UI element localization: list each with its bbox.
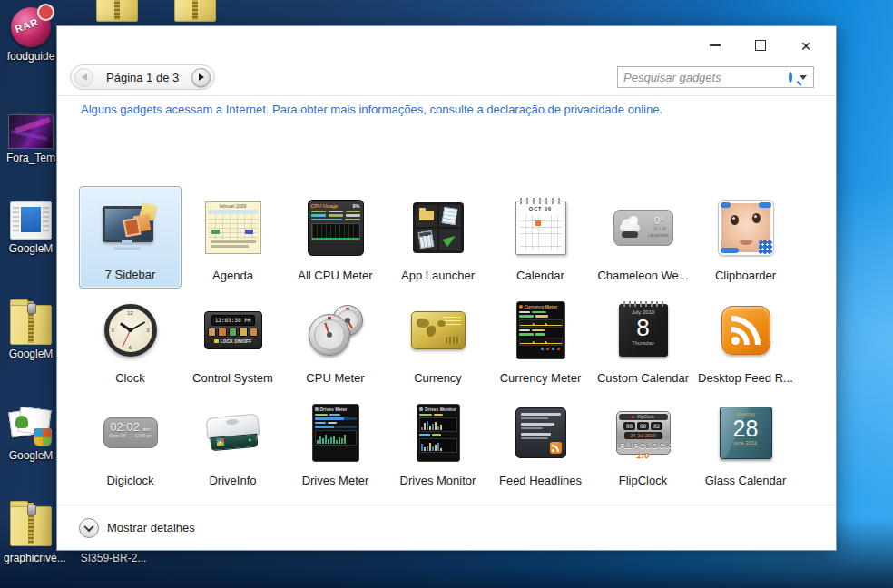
show-details-button[interactable] — [79, 518, 99, 538]
gadget-label: App Launcher — [387, 269, 489, 282]
search-box — [617, 66, 814, 88]
desktop-icon-label: GoogleM — [0, 348, 62, 360]
flipclock-icon: FlipClock 888882 24 Jul 2010 FLIPCLOCK 1… — [616, 411, 671, 455]
video-file-icon — [8, 114, 54, 149]
minimize-icon — [710, 44, 721, 46]
search-input[interactable] — [618, 71, 789, 84]
separator — [57, 95, 836, 96]
clock-icon: 12 3 6 9 — [104, 304, 157, 357]
desktop-icon-label[interactable]: SI359-BR-2... — [81, 552, 147, 564]
zip-folder-icon — [96, 0, 138, 22]
agenda-icon: februari 2009 — [205, 201, 261, 254]
gadget-label: Digiclock — [79, 474, 182, 487]
lock-icon — [214, 339, 219, 343]
gadget-label: Drives Meter — [284, 474, 387, 487]
gadget-clipboarder[interactable]: Clipboarder — [694, 186, 797, 289]
application-window-icon — [10, 201, 52, 240]
gadget-glass-calendar[interactable]: tuesday 28 june 2011 Glass Calendar — [694, 391, 797, 494]
rar-archive-icon: RAR — [11, 7, 51, 47]
previous-page-button[interactable] — [74, 68, 93, 87]
desktop-icon-label: GoogleM — [0, 449, 62, 462]
details-footer: Mostrar detalhes — [57, 505, 836, 550]
drives-monitor-icon: Drives Monitor — [417, 404, 460, 462]
maximize-button[interactable] — [747, 34, 774, 57]
custom-calendar-icon: July 2010 8 Thursday — [619, 304, 668, 357]
gadget-desktop-feed-reader[interactable]: Desktop Feed R... — [694, 289, 797, 391]
desktop-icon-label: GoogleM — [0, 242, 62, 255]
gadget-label: Calendar — [489, 269, 592, 282]
hard-drive-icon — [203, 409, 263, 456]
cpu-meter-gauges-icon — [307, 305, 365, 356]
gadget-label: Glass Calendar — [694, 474, 797, 487]
chevron-right-icon — [199, 74, 204, 81]
desktop-icon-zip-top-1[interactable] — [96, 0, 138, 22]
gadget-agenda[interactable]: februari 2009 Agenda — [182, 186, 284, 289]
currency-meter-icon: Currency Meter — [516, 301, 565, 359]
gadget-driveinfo[interactable]: DriveInfo — [182, 391, 284, 494]
gadget-label: Agenda — [182, 269, 284, 282]
gadget-label: CPU Meter — [284, 371, 387, 385]
gadget-grid: 7 Sidebar februari 2009 Agenda CPU Usage… — [79, 186, 797, 494]
gadget-cpu-meter[interactable]: CPU Meter — [284, 289, 387, 391]
desktop-icon-label: Fora_Tem — [0, 152, 62, 164]
desktop-icon-zip-top-2[interactable] — [174, 0, 216, 22]
gadget-currency-meter[interactable]: Currency Meter Currency Meter — [489, 289, 592, 391]
zip-folder-icon — [10, 501, 52, 546]
gadget-label: Custom Calendar — [592, 371, 694, 385]
clipboarder-icon — [718, 200, 774, 256]
app-launcher-icon — [413, 202, 464, 253]
desktop-icon-label: foodguide — [0, 50, 62, 63]
sidebar7-icon — [103, 204, 159, 251]
search-options-dropdown-icon[interactable] — [800, 75, 807, 80]
calendar-icon: OCT 06 — [515, 201, 566, 255]
gadget-label: Currency — [387, 371, 489, 385]
gadget-feed-headlines[interactable]: Feed Headlines — [489, 391, 592, 494]
gadget-label: Currency Meter — [489, 371, 592, 385]
gadget-custom-calendar[interactable]: July 2010 8 Thursday Custom Calendar — [592, 289, 694, 391]
feed-headlines-icon — [515, 407, 566, 458]
desktop: RAR foodguide Fora_Tem GoogleM GoogleM G… — [0, 0, 893, 588]
gadget-currency[interactable]: Currency — [387, 289, 489, 391]
currency-card-icon — [411, 311, 466, 349]
desktop-icon-fora-tem[interactable]: Fora_Tem — [0, 114, 62, 164]
control-system-icon: 12:03:30 PM LOCK ON/OFF — [204, 311, 262, 349]
gadget-7-sidebar[interactable]: 7 Sidebar — [79, 186, 182, 289]
zip-folder-icon — [174, 0, 216, 22]
desktop-icon-googlem-app[interactable]: GoogleM — [0, 201, 62, 255]
show-details-label[interactable]: Mostrar detalhes — [107, 521, 195, 534]
minimize-button[interactable] — [702, 34, 729, 57]
gadget-clock[interactable]: 12 3 6 9 Clock — [79, 289, 182, 391]
digiclock-icon: 02:02 am Alarm Off12:00 am — [103, 417, 158, 448]
all-cpu-meter-icon: CPU Usage8% — [308, 200, 364, 256]
gadget-drives-monitor[interactable]: Drives Monitor Drives Monitor — [387, 391, 489, 494]
weather-icon: 0° 2° / -2° Langemark — [613, 210, 673, 246]
gadget-label: Control System — [182, 371, 284, 385]
next-page-button[interactable] — [191, 68, 211, 87]
page-navigator: Página 1 de 3 — [70, 64, 215, 90]
desktop-icon-googlem-zip[interactable]: GoogleM — [0, 299, 62, 360]
gadget-label: 7 Sidebar — [80, 268, 181, 281]
gadget-flipclock[interactable]: FlipClock 888882 24 Jul 2010 FLIPCLOCK 1… — [592, 391, 694, 494]
gadget-control-system[interactable]: 12:03:30 PM LOCK ON/OFF Control System — [182, 289, 284, 391]
desktop-icon-googlem-photos[interactable]: GoogleM — [0, 407, 62, 462]
gadget-digiclock[interactable]: 02:02 am Alarm Off12:00 am Digiclock — [79, 391, 182, 494]
gadget-calendar[interactable]: OCT 06 Calendar — [489, 186, 592, 289]
gadget-label: DriveInfo — [182, 474, 284, 487]
desktop-icon-label[interactable]: graphicrive... — [4, 552, 66, 564]
privacy-notice: Alguns gadgets acessam a Internet. Para … — [81, 103, 662, 116]
gadget-drives-meter[interactable]: Drives Meter Drives Meter — [284, 391, 387, 494]
zip-folder-icon — [10, 299, 52, 345]
rss-icon — [721, 306, 770, 355]
search-icon[interactable] — [789, 72, 792, 83]
desktop-icon-foodguide[interactable]: RAR foodguide — [0, 7, 62, 63]
gadget-label: Clipboarder — [694, 269, 797, 282]
close-button[interactable]: × — [792, 34, 819, 57]
gadget-app-launcher[interactable]: App Launcher — [387, 186, 489, 289]
photo-gallery-icon — [8, 407, 54, 446]
gadget-label: FlipClock — [592, 474, 694, 487]
gadget-all-cpu-meter[interactable]: CPU Usage8% All CPU Meter — [284, 186, 387, 289]
gadget-label: All CPU Meter — [284, 269, 387, 282]
gadget-chameleon-weather[interactable]: 0° 2° / -2° Langemark Chameleon We... — [592, 186, 694, 289]
desktop-icon-graphicrive[interactable] — [0, 501, 62, 546]
close-icon: × — [800, 37, 810, 54]
